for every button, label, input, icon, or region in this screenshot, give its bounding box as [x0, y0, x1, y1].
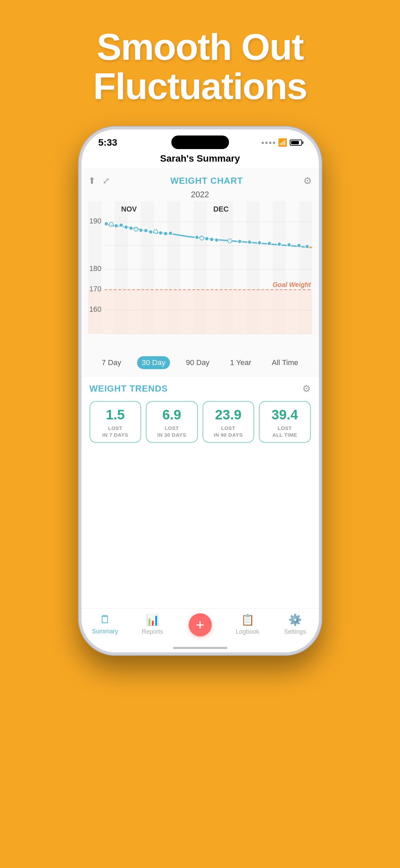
svg-point-43 [214, 238, 218, 242]
svg-point-28 [119, 223, 123, 227]
time-btn-30day[interactable]: 30 Day [137, 356, 170, 369]
svg-point-49 [277, 242, 281, 246]
svg-point-27 [114, 224, 118, 228]
svg-point-45 [237, 239, 242, 243]
battery-icon [290, 140, 302, 146]
svg-point-25 [104, 222, 108, 226]
trends-section: Weight Trends ⚙ 1.5 LOSTIN 7 DAYS 6.9 LO… [81, 376, 319, 450]
svg-point-51 [297, 243, 301, 248]
svg-point-48 [267, 241, 271, 246]
trend-label-30day: LOSTIN 30 DAYS [149, 425, 194, 438]
svg-text:NOV: NOV [121, 205, 137, 213]
tab-bar: 🗒 Summary 📊 Reports + 📋 Logbook ⚙️ Setti… [81, 608, 319, 652]
svg-point-33 [144, 229, 148, 233]
expand-icon[interactable]: ⤢ [102, 176, 110, 186]
svg-point-41 [205, 237, 209, 241]
tab-reports[interactable]: 📊 Reports [129, 613, 176, 635]
tab-summary[interactable]: 🗒 Summary [81, 613, 129, 635]
add-button[interactable]: + [189, 613, 212, 636]
svg-point-29 [124, 225, 128, 229]
home-indicator [173, 647, 227, 649]
trend-card-90day: 23.9 LOSTIN 90 DAYS [203, 401, 254, 443]
tab-summary-label: Summary [92, 628, 118, 635]
hero-title: Smooth Out Fluctuations [93, 27, 307, 106]
tab-settings[interactable]: ⚙️ Settings [271, 613, 319, 635]
chart-title: Weight Chart [170, 176, 243, 186]
svg-text:170: 170 [89, 285, 101, 293]
tab-reports-label: Reports [142, 628, 163, 635]
time-btn-alltime[interactable]: All Time [267, 356, 303, 369]
svg-point-39 [195, 235, 199, 239]
trend-value-30day: 6.9 [149, 408, 194, 421]
trend-card-30day: 6.9 LOSTIN 30 DAYS [146, 401, 198, 443]
wifi-icon: 📶 [278, 138, 287, 147]
svg-point-37 [164, 232, 168, 236]
weight-chart: 190 180 170 160 NOV DEC Goal Weight [88, 201, 312, 351]
svg-point-47 [257, 241, 261, 245]
page-title: Sarah's Summary [81, 150, 319, 169]
time-btn-90day[interactable]: 90 Day [181, 356, 214, 369]
trends-settings-icon[interactable]: ⚙ [302, 383, 311, 394]
trend-card-7day: 1.5 LOSTIN 7 DAYS [90, 401, 141, 443]
trend-label-alltime: LOSTALL TIME [262, 425, 307, 438]
trend-value-7day: 1.5 [93, 408, 138, 421]
svg-point-32 [139, 228, 143, 232]
time-btn-1year[interactable]: 1 Year [225, 356, 256, 369]
svg-rect-9 [88, 290, 312, 334]
trends-title: Weight Trends [90, 383, 168, 394]
svg-point-46 [247, 240, 251, 244]
chart-section: ⬆ ⤢ Weight Chart ⚙ 2022 [81, 169, 319, 376]
trend-value-90day: 23.9 [206, 408, 251, 421]
svg-point-36 [158, 231, 163, 235]
phone-mockup: 5:33 📶 Sarah's Summary [78, 126, 322, 656]
trend-label-7day: LOSTIN 7 DAYS [93, 425, 138, 438]
svg-point-30 [129, 226, 133, 230]
trend-cards: 1.5 LOSTIN 7 DAYS 6.9 LOSTIN 30 DAYS 23.… [90, 401, 311, 443]
chart-year: 2022 [88, 190, 312, 199]
time-btn-7day[interactable]: 7 Day [97, 356, 126, 369]
dynamic-island [171, 135, 229, 149]
chart-settings-icon[interactable]: ⚙ [303, 175, 312, 186]
trend-label-90day: LOSTIN 90 DAYS [206, 425, 251, 438]
svg-text:190: 190 [89, 217, 101, 225]
svg-text:180: 180 [89, 264, 101, 273]
tab-logbook-label: Logbook [236, 628, 259, 635]
tab-add[interactable]: + [176, 613, 224, 636]
tab-logbook[interactable]: 📋 Logbook [224, 613, 271, 635]
trend-value-alltime: 39.4 [262, 408, 307, 421]
svg-text:Goal Weight: Goal Weight [272, 281, 311, 288]
svg-point-34 [149, 230, 153, 234]
svg-point-52 [305, 245, 309, 249]
svg-text:160: 160 [89, 305, 101, 313]
status-bar: 5:33 📶 [81, 129, 319, 150]
trend-card-alltime: 39.4 LOSTALL TIME [259, 401, 311, 443]
tab-settings-label: Settings [284, 628, 306, 635]
svg-point-38 [168, 231, 172, 235]
svg-point-42 [210, 237, 214, 241]
svg-point-50 [287, 243, 291, 247]
status-time: 5:33 [98, 137, 117, 148]
share-icon[interactable]: ⬆ [88, 176, 96, 186]
svg-text:DEC: DEC [213, 205, 228, 213]
time-range-selector: 7 Day 30 Day 90 Day 1 Year All Time [88, 351, 312, 371]
status-icons: 📶 [262, 138, 302, 147]
